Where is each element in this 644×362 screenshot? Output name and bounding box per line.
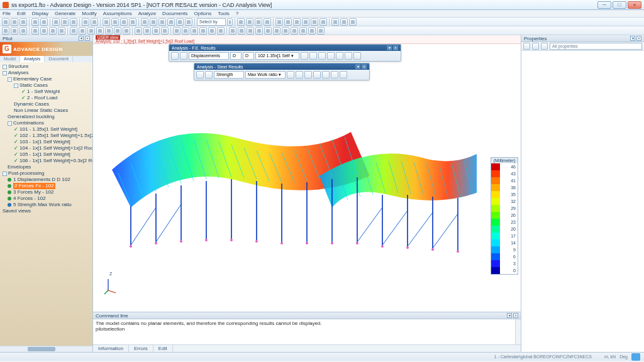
fe-combo-select[interactable]: 102 1.35x[1 Self ▾ xyxy=(255,52,299,60)
minimize-button[interactable]: ─ xyxy=(597,1,611,9)
steel-b6[interactable] xyxy=(331,71,338,79)
tb2-34[interactable] xyxy=(308,27,316,35)
tree-node[interactable]: -Combinations xyxy=(0,120,92,126)
command-line-output[interactable]: The model contains no planar elements, a… xyxy=(93,319,521,344)
tree-node[interactable]: ✓103 - 1x[1 Self Weight] xyxy=(0,139,92,145)
float-steel-toolbar[interactable]: Analysis - Steel Results▾× Strength Max … xyxy=(194,63,370,80)
menu-display[interactable]: Display xyxy=(32,11,48,16)
tb2-30[interactable] xyxy=(273,27,280,35)
tab-model[interactable]: Model xyxy=(0,56,20,62)
tb2-32[interactable] xyxy=(291,27,298,35)
view-front-button[interactable] xyxy=(120,18,128,26)
tree-node[interactable]: -Elementary Case xyxy=(0,76,92,82)
print-button[interactable] xyxy=(82,18,89,26)
close-button[interactable]: × xyxy=(628,1,641,9)
menu-modify[interactable]: Modify xyxy=(82,11,97,16)
menu-analyze[interactable]: Analyze xyxy=(138,11,156,16)
tree-node[interactable]: -Post-processing xyxy=(0,170,92,177)
tree-node[interactable]: -Analyses xyxy=(0,70,92,76)
tree-node[interactable]: Generalized buckling xyxy=(0,114,92,120)
tb2-18[interactable] xyxy=(161,27,169,35)
tree-node[interactable]: -Static Cases xyxy=(0,82,92,89)
tree-node[interactable]: Envelopes xyxy=(0,164,92,170)
tb2-13[interactable] xyxy=(114,27,121,35)
tab-analysis[interactable]: Analysis xyxy=(20,56,45,62)
fe-b4[interactable] xyxy=(327,52,335,60)
redo-button[interactable] xyxy=(40,18,48,26)
cmdline-scrollbar[interactable] xyxy=(515,319,521,344)
steel-b2[interactable] xyxy=(296,71,303,79)
steel-b7[interactable] xyxy=(340,71,347,79)
tb2-12[interactable] xyxy=(105,27,113,35)
steel-b1[interactable] xyxy=(287,71,294,79)
fe-axis1-select[interactable]: D xyxy=(230,52,242,60)
tree-node[interactable]: 4 Forces - 102 xyxy=(0,195,92,202)
tree-node[interactable]: ✓102 - 1.35x[1 Self Weight]+1.5x[2 Roof xyxy=(0,133,92,139)
steel-type-select[interactable]: Strength xyxy=(214,71,244,79)
tb2-29[interactable] xyxy=(264,27,272,35)
pilot-tree[interactable]: -Structure-Analyses-Elementary Case-Stat… xyxy=(0,62,92,346)
filter-button[interactable] xyxy=(237,18,245,26)
draw-rect-button[interactable] xyxy=(284,18,292,26)
float-fe-close[interactable]: × xyxy=(393,45,398,50)
tab-document[interactable]: Document xyxy=(45,56,73,62)
new-button[interactable] xyxy=(2,18,9,26)
tree-node[interactable]: ✓1 - Self Weight xyxy=(0,89,92,95)
tb2-20[interactable] xyxy=(182,27,189,35)
undo-button[interactable] xyxy=(31,18,39,26)
menu-tools[interactable]: Tools xyxy=(218,11,230,16)
measure-button[interactable] xyxy=(311,18,318,26)
snap2-button[interactable] xyxy=(340,18,348,26)
fe-b2[interactable] xyxy=(309,52,317,60)
zoom-in-button[interactable] xyxy=(141,18,148,26)
tb2-15[interactable] xyxy=(135,27,142,35)
fe-b5[interactable] xyxy=(336,52,343,60)
cut-button[interactable] xyxy=(52,18,60,26)
filter2-button[interactable] xyxy=(246,18,253,26)
menu-options[interactable]: Options xyxy=(194,11,212,16)
menu-documents[interactable]: Documents xyxy=(162,11,187,16)
steel-pointer-icon[interactable] xyxy=(196,71,204,79)
props-tb1[interactable] xyxy=(523,43,530,50)
select-by-arrow[interactable] xyxy=(227,18,233,26)
tb2-28[interactable] xyxy=(255,27,263,35)
tb2-31[interactable] xyxy=(282,27,289,35)
props-pin[interactable]: ▾ xyxy=(630,36,635,41)
filter3-button[interactable] xyxy=(255,18,262,26)
tb2-24[interactable] xyxy=(217,27,225,35)
tree-node[interactable]: ✓106 - 1x[1 Self Weight]+0.3x[2 Roof Lo xyxy=(0,158,92,164)
tab-edit[interactable]: Edit xyxy=(153,345,173,352)
tb2-7[interactable] xyxy=(58,27,65,35)
maximize-button[interactable]: □ xyxy=(613,1,626,9)
fe-b6[interactable] xyxy=(345,52,352,60)
tb2-14[interactable] xyxy=(123,27,130,35)
tb2-2[interactable] xyxy=(11,27,18,35)
cmdline-pin[interactable]: ▾ xyxy=(507,313,512,318)
select-by-dropdown[interactable]: Select by xyxy=(197,18,226,26)
menu-generate[interactable]: Generate xyxy=(55,11,75,16)
fe-type-select[interactable]: Displacements xyxy=(189,52,229,60)
tb2-10[interactable] xyxy=(87,27,95,35)
fe-b3[interactable] xyxy=(318,52,326,60)
steel-param-select[interactable]: Max Work ratio ▾ xyxy=(245,71,286,79)
paste-button[interactable] xyxy=(70,18,77,26)
draw-circle-button[interactable] xyxy=(293,18,301,26)
draw-line-button[interactable] xyxy=(275,18,283,26)
tb2-27[interactable] xyxy=(247,27,254,35)
tree-node[interactable]: 1 Displacements D D 102 xyxy=(0,177,92,183)
props-tb3[interactable] xyxy=(541,43,548,50)
tree-node[interactable]: 2 Forces Fx - 102 xyxy=(0,183,92,189)
fe-axis2-select[interactable]: D xyxy=(243,52,254,60)
tb2-9[interactable] xyxy=(79,27,86,35)
tb2-6[interactable] xyxy=(49,27,57,35)
menu-assumptions[interactable]: Assumptions xyxy=(103,11,132,16)
fe-pointer-icon[interactable] xyxy=(171,52,179,60)
view-iso-button[interactable] xyxy=(103,18,110,26)
tab-information[interactable]: Information xyxy=(93,345,129,352)
props-close[interactable]: × xyxy=(636,36,641,41)
open-button[interactable] xyxy=(11,18,18,26)
tb2-21[interactable] xyxy=(191,27,198,35)
snap1-button[interactable] xyxy=(331,18,339,26)
tree-node[interactable]: 3 Forces My - 102 xyxy=(0,189,92,195)
zoom-fit-button[interactable] xyxy=(158,18,166,26)
